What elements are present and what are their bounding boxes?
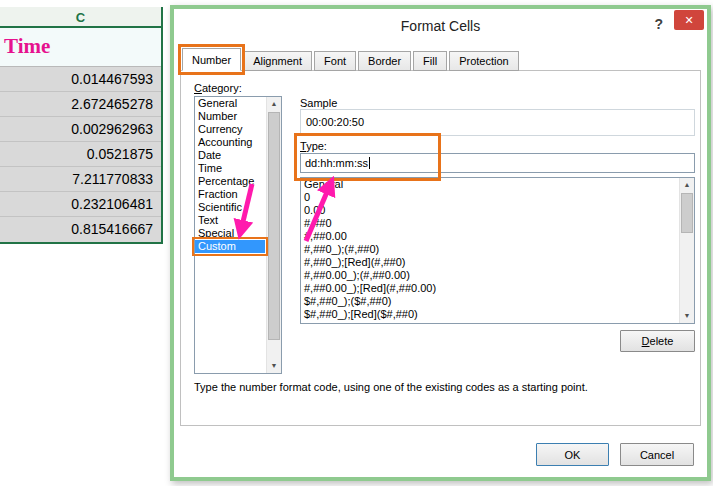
scroll-up-icon[interactable]: ▲ bbox=[680, 178, 694, 192]
tab-number[interactable]: Number bbox=[182, 48, 241, 71]
tab-alignment[interactable]: Alignment bbox=[243, 51, 312, 71]
category-item-fraction[interactable]: Fraction bbox=[195, 188, 265, 201]
column-header-c[interactable]: C bbox=[0, 7, 161, 28]
help-icon: ? bbox=[654, 16, 663, 32]
tab-font[interactable]: Font bbox=[314, 51, 356, 71]
tab-strip: Number Alignment Font Border Fill Protec… bbox=[182, 48, 521, 71]
cell-value-7[interactable]: 0.815416667 bbox=[0, 217, 161, 242]
format-code-item[interactable]: #,##0 bbox=[301, 217, 678, 230]
category-item-scientific[interactable]: Scientific bbox=[195, 201, 265, 214]
cell-value-5[interactable]: 7.211770833 bbox=[0, 167, 161, 192]
category-item-text[interactable]: Text bbox=[195, 214, 265, 227]
tab-fill[interactable]: Fill bbox=[413, 51, 447, 71]
cell-value-3[interactable]: 0.002962963 bbox=[0, 117, 161, 142]
format-code-list: General 0 0.00 #,##0 #,##0.00 #,##0_);(#… bbox=[300, 177, 695, 324]
category-item-percentage[interactable]: Percentage bbox=[195, 175, 265, 188]
close-icon: ✕ bbox=[684, 14, 693, 26]
category-item-number[interactable]: Number bbox=[195, 110, 265, 123]
sample-value-box: 00:00:20:50 bbox=[300, 109, 695, 136]
format-cells-dialog: Format Cells ? ✕ Number Alignment Font B… bbox=[170, 5, 711, 481]
format-code-item[interactable]: General bbox=[301, 178, 678, 191]
category-item-special[interactable]: Special bbox=[195, 227, 265, 240]
cancel-button[interactable]: Cancel bbox=[620, 443, 694, 466]
tab-border[interactable]: Border bbox=[358, 51, 411, 71]
text-caret bbox=[369, 157, 370, 169]
scroll-up-icon[interactable]: ▲ bbox=[267, 97, 281, 111]
category-item-custom[interactable]: Custom bbox=[195, 240, 265, 253]
sample-label: Sample bbox=[300, 97, 337, 109]
category-item-accounting[interactable]: Accounting bbox=[195, 136, 265, 149]
scroll-down-icon[interactable]: ▼ bbox=[680, 309, 694, 323]
sample-value: 00:00:20:50 bbox=[306, 116, 364, 128]
category-item-time[interactable]: Time bbox=[195, 162, 265, 175]
ok-button[interactable]: OK bbox=[536, 443, 609, 466]
scroll-down-icon[interactable]: ▼ bbox=[267, 359, 281, 373]
category-item-currency[interactable]: Currency bbox=[195, 123, 265, 136]
screen: C Time 0.014467593 2.672465278 0.0029629… bbox=[0, 0, 713, 486]
spreadsheet-column: C Time 0.014467593 2.672465278 0.0029629… bbox=[0, 7, 163, 244]
cell-value-1[interactable]: 0.014467593 bbox=[0, 67, 161, 92]
format-code-item[interactable]: #,##0_);(#,##0) bbox=[301, 243, 678, 256]
category-scrollbar[interactable]: ▲ ▼ bbox=[266, 97, 281, 373]
format-code-item[interactable]: #,##0.00_);[Red](#,##0.00) bbox=[301, 282, 678, 295]
category-item-general[interactable]: General bbox=[195, 97, 265, 110]
type-input-value: dd:hh:mm:ss bbox=[305, 157, 368, 169]
help-button[interactable]: ? bbox=[654, 16, 663, 32]
cell-time-header[interactable]: Time bbox=[0, 28, 161, 67]
format-code-item[interactable]: #,##0.00_);(#,##0.00) bbox=[301, 269, 678, 282]
type-input[interactable]: dd:hh:mm:ss bbox=[300, 153, 695, 173]
category-list: General Number Currency Accounting Date … bbox=[194, 96, 282, 374]
dialog-help-text: Type the number format code, using one o… bbox=[194, 381, 696, 393]
format-code-item[interactable]: 0 bbox=[301, 191, 678, 204]
format-code-item[interactable]: $#,##0_);($#,##0) bbox=[301, 295, 678, 308]
scrollbar-thumb[interactable] bbox=[681, 193, 693, 233]
cell-value-2[interactable]: 2.672465278 bbox=[0, 92, 161, 117]
delete-button[interactable]: Delete bbox=[620, 330, 695, 352]
cell-value-4[interactable]: 0.0521875 bbox=[0, 142, 161, 167]
tab-protection[interactable]: Protection bbox=[449, 51, 519, 71]
cell-value-6[interactable]: 0.232106481 bbox=[0, 192, 161, 217]
category-item-date[interactable]: Date bbox=[195, 149, 265, 162]
format-list-scrollbar[interactable]: ▲ ▼ bbox=[679, 178, 694, 323]
format-code-item[interactable]: #,##0.00 bbox=[301, 230, 678, 243]
type-label: Type: bbox=[300, 140, 327, 152]
close-button[interactable]: ✕ bbox=[674, 10, 704, 30]
scrollbar-thumb[interactable] bbox=[268, 112, 280, 340]
category-label: Category: bbox=[194, 82, 242, 94]
format-code-item[interactable]: #,##0_);[Red](#,##0) bbox=[301, 256, 678, 269]
dialog-title: Format Cells bbox=[174, 18, 707, 34]
format-code-item[interactable]: $#,##0_);[Red]($#,##0) bbox=[301, 308, 678, 321]
format-code-item[interactable]: 0.00 bbox=[301, 204, 678, 217]
